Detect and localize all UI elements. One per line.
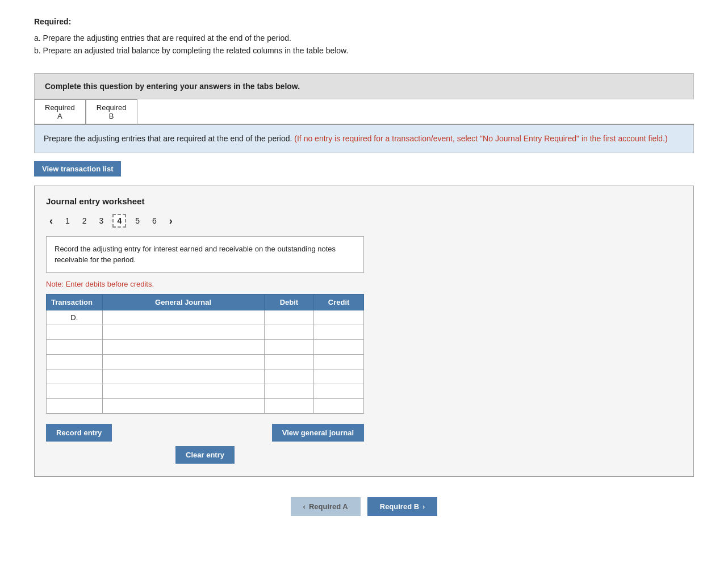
- table-row: [47, 325, 364, 339]
- debit-input[interactable]: [269, 402, 309, 410]
- record-entry-button[interactable]: Record entry: [46, 424, 112, 442]
- general-journal-input[interactable]: [107, 372, 260, 381]
- general-journal-cell[interactable]: [102, 398, 264, 413]
- credit-cell[interactable]: [314, 398, 364, 413]
- table-row: [47, 384, 364, 398]
- transaction-cell: [47, 398, 103, 413]
- credit-cell[interactable]: [314, 325, 364, 339]
- debit-cell[interactable]: [264, 384, 314, 398]
- general-journal-input[interactable]: [107, 313, 260, 322]
- next-label: Required B: [380, 502, 419, 511]
- required-label: Required:: [34, 17, 694, 26]
- credit-input[interactable]: [319, 387, 359, 396]
- transaction-cell: [47, 384, 103, 398]
- debit-cell[interactable]: [264, 354, 314, 369]
- debit-cell[interactable]: [264, 339, 314, 354]
- tab-required-a[interactable]: RequiredA: [34, 99, 86, 124]
- debit-input[interactable]: [269, 313, 309, 322]
- view-transaction-list-button[interactable]: View transaction list: [34, 161, 121, 177]
- col-header-debit: Debit: [264, 294, 314, 310]
- nav-prev-button[interactable]: ‹ Required A: [291, 497, 361, 516]
- general-journal-input[interactable]: [107, 328, 260, 337]
- debit-input[interactable]: [269, 372, 309, 381]
- clear-entry-row: Clear entry: [46, 446, 364, 464]
- credit-input[interactable]: [319, 372, 359, 381]
- complete-box: Complete this question by entering your …: [34, 73, 694, 99]
- general-journal-input[interactable]: [107, 402, 260, 410]
- worksheet-nav-row: ‹ 1 2 3 4 5 6 ›: [46, 214, 682, 228]
- table-row: [47, 369, 364, 384]
- nav-num-3[interactable]: 3: [96, 215, 107, 226]
- tab-content-area: Prepare the adjusting entries that are r…: [34, 125, 694, 153]
- tab-description: Prepare the adjusting entries that are r…: [44, 134, 292, 143]
- general-journal-input[interactable]: [107, 387, 260, 396]
- general-journal-input[interactable]: [107, 358, 260, 366]
- instruction-a: a. Prepare the adjusting entries that ar…: [34, 32, 694, 44]
- debit-cell[interactable]: [264, 369, 314, 384]
- table-row: D.: [47, 310, 364, 325]
- general-journal-cell[interactable]: [102, 369, 264, 384]
- transaction-cell: [47, 354, 103, 369]
- table-row: [47, 339, 364, 354]
- nav-num-4[interactable]: 4: [112, 214, 126, 228]
- transaction-cell: [47, 325, 103, 339]
- nav-num-6[interactable]: 6: [149, 215, 160, 226]
- credit-cell[interactable]: [314, 339, 364, 354]
- nav-num-1[interactable]: 1: [62, 215, 73, 226]
- worksheet-title: Journal entry worksheet: [46, 196, 682, 206]
- clear-entry-button[interactable]: Clear entry: [175, 446, 235, 464]
- transaction-cell: [47, 339, 103, 354]
- col-header-credit: Credit: [314, 294, 364, 310]
- journal-table: Transaction General Journal Debit Credit…: [46, 294, 364, 414]
- entry-description-box: Record the adjusting entry for interest …: [46, 236, 364, 273]
- debit-input[interactable]: [269, 358, 309, 366]
- debit-cell[interactable]: [264, 398, 314, 413]
- nav-next-button[interactable]: Required B ›: [367, 497, 438, 516]
- tab-required-b[interactable]: RequiredB: [86, 99, 137, 124]
- general-journal-cell[interactable]: [102, 310, 264, 325]
- nav-next-arrow[interactable]: ›: [166, 214, 176, 228]
- credit-input[interactable]: [319, 313, 359, 322]
- debit-input[interactable]: [269, 387, 309, 396]
- nav-num-2[interactable]: 2: [79, 215, 90, 226]
- transaction-cell: [47, 369, 103, 384]
- credit-cell[interactable]: [314, 369, 364, 384]
- prev-label: Required A: [309, 502, 348, 511]
- debit-cell[interactable]: [264, 325, 314, 339]
- next-arrow-icon: ›: [422, 502, 425, 511]
- nav-prev-arrow[interactable]: ‹: [46, 214, 56, 228]
- general-journal-cell[interactable]: [102, 384, 264, 398]
- prev-arrow-icon: ‹: [303, 502, 306, 511]
- bottom-buttons-row: Record entry View general journal: [46, 424, 364, 442]
- instruction-b: b. Prepare an adjusted trial balance by …: [34, 44, 694, 57]
- tab-red-note: (If no entry is required for a transacti…: [294, 134, 667, 143]
- credit-input[interactable]: [319, 402, 359, 410]
- transaction-cell: D.: [47, 310, 103, 325]
- credit-input[interactable]: [319, 328, 359, 337]
- credit-input[interactable]: [319, 343, 359, 351]
- bottom-nav: ‹ Required A Required B ›: [34, 497, 694, 516]
- credit-cell[interactable]: [314, 310, 364, 325]
- debit-cell[interactable]: [264, 310, 314, 325]
- general-journal-cell[interactable]: [102, 325, 264, 339]
- general-journal-cell[interactable]: [102, 339, 264, 354]
- col-header-general-journal: General Journal: [102, 294, 264, 310]
- tabs-row: RequiredA RequiredB: [34, 99, 694, 125]
- journal-entry-worksheet: Journal entry worksheet ‹ 1 2 3 4 5 6 › …: [34, 186, 694, 477]
- debit-input[interactable]: [269, 328, 309, 337]
- credit-input[interactable]: [319, 358, 359, 366]
- debit-input[interactable]: [269, 343, 309, 351]
- note-text: Note: Enter debits before credits.: [46, 280, 682, 288]
- general-journal-cell[interactable]: [102, 354, 264, 369]
- view-general-journal-button[interactable]: View general journal: [272, 424, 364, 442]
- credit-cell[interactable]: [314, 384, 364, 398]
- col-header-transaction: Transaction: [47, 294, 103, 310]
- table-row: [47, 398, 364, 413]
- table-row: [47, 354, 364, 369]
- general-journal-input[interactable]: [107, 343, 260, 351]
- credit-cell[interactable]: [314, 354, 364, 369]
- nav-num-5[interactable]: 5: [132, 215, 143, 226]
